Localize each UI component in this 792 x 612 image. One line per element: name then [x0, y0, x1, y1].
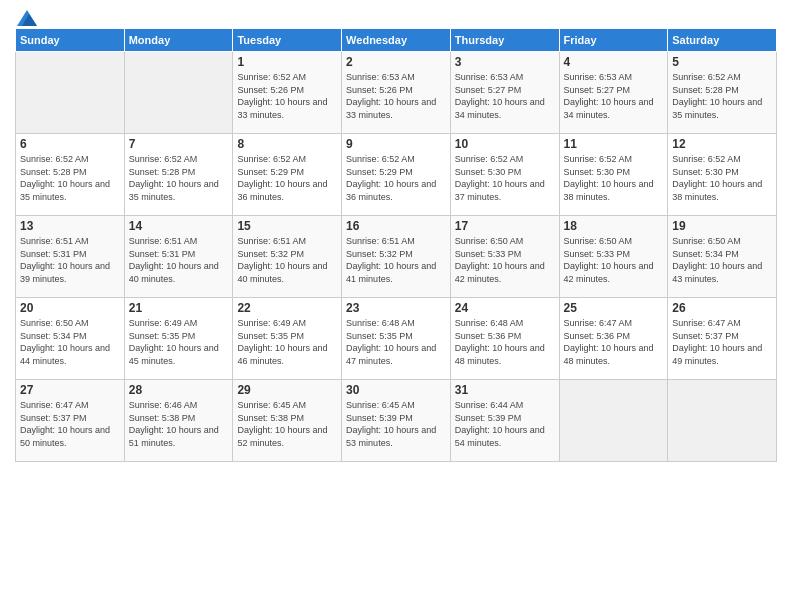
day-info: Sunrise: 6:52 AMSunset: 5:30 PMDaylight:…	[672, 153, 772, 203]
day-number: 21	[129, 301, 229, 315]
day-info: Sunrise: 6:52 AMSunset: 5:26 PMDaylight:…	[237, 71, 337, 121]
calendar-cell: 20Sunrise: 6:50 AMSunset: 5:34 PMDayligh…	[16, 298, 125, 380]
calendar-cell: 17Sunrise: 6:50 AMSunset: 5:33 PMDayligh…	[450, 216, 559, 298]
day-number: 18	[564, 219, 664, 233]
day-info: Sunrise: 6:53 AMSunset: 5:27 PMDaylight:…	[564, 71, 664, 121]
day-info: Sunrise: 6:52 AMSunset: 5:29 PMDaylight:…	[346, 153, 446, 203]
day-info: Sunrise: 6:47 AMSunset: 5:36 PMDaylight:…	[564, 317, 664, 367]
day-info: Sunrise: 6:50 AMSunset: 5:33 PMDaylight:…	[564, 235, 664, 285]
header-row: SundayMondayTuesdayWednesdayThursdayFrid…	[16, 29, 777, 52]
weekday-header: Friday	[559, 29, 668, 52]
calendar-cell	[124, 52, 233, 134]
weekday-header: Monday	[124, 29, 233, 52]
weekday-header: Saturday	[668, 29, 777, 52]
calendar-cell: 15Sunrise: 6:51 AMSunset: 5:32 PMDayligh…	[233, 216, 342, 298]
day-number: 19	[672, 219, 772, 233]
calendar-week-row: 1Sunrise: 6:52 AMSunset: 5:26 PMDaylight…	[16, 52, 777, 134]
calendar-cell: 13Sunrise: 6:51 AMSunset: 5:31 PMDayligh…	[16, 216, 125, 298]
day-number: 17	[455, 219, 555, 233]
day-number: 4	[564, 55, 664, 69]
weekday-header: Wednesday	[342, 29, 451, 52]
day-info: Sunrise: 6:45 AMSunset: 5:39 PMDaylight:…	[346, 399, 446, 449]
calendar-cell: 7Sunrise: 6:52 AMSunset: 5:28 PMDaylight…	[124, 134, 233, 216]
calendar-cell: 24Sunrise: 6:48 AMSunset: 5:36 PMDayligh…	[450, 298, 559, 380]
weekday-header: Sunday	[16, 29, 125, 52]
day-number: 31	[455, 383, 555, 397]
day-info: Sunrise: 6:48 AMSunset: 5:35 PMDaylight:…	[346, 317, 446, 367]
calendar-cell: 30Sunrise: 6:45 AMSunset: 5:39 PMDayligh…	[342, 380, 451, 462]
day-number: 10	[455, 137, 555, 151]
day-number: 22	[237, 301, 337, 315]
day-info: Sunrise: 6:52 AMSunset: 5:29 PMDaylight:…	[237, 153, 337, 203]
day-info: Sunrise: 6:51 AMSunset: 5:32 PMDaylight:…	[237, 235, 337, 285]
calendar-cell: 2Sunrise: 6:53 AMSunset: 5:26 PMDaylight…	[342, 52, 451, 134]
calendar-cell: 6Sunrise: 6:52 AMSunset: 5:28 PMDaylight…	[16, 134, 125, 216]
day-info: Sunrise: 6:48 AMSunset: 5:36 PMDaylight:…	[455, 317, 555, 367]
day-number: 28	[129, 383, 229, 397]
day-number: 29	[237, 383, 337, 397]
day-number: 1	[237, 55, 337, 69]
weekday-header: Tuesday	[233, 29, 342, 52]
day-info: Sunrise: 6:51 AMSunset: 5:32 PMDaylight:…	[346, 235, 446, 285]
day-info: Sunrise: 6:47 AMSunset: 5:37 PMDaylight:…	[672, 317, 772, 367]
calendar-cell: 21Sunrise: 6:49 AMSunset: 5:35 PMDayligh…	[124, 298, 233, 380]
calendar-cell: 29Sunrise: 6:45 AMSunset: 5:38 PMDayligh…	[233, 380, 342, 462]
day-info: Sunrise: 6:53 AMSunset: 5:26 PMDaylight:…	[346, 71, 446, 121]
calendar-body: 1Sunrise: 6:52 AMSunset: 5:26 PMDaylight…	[16, 52, 777, 462]
day-number: 15	[237, 219, 337, 233]
day-info: Sunrise: 6:52 AMSunset: 5:30 PMDaylight:…	[455, 153, 555, 203]
calendar-header: SundayMondayTuesdayWednesdayThursdayFrid…	[16, 29, 777, 52]
day-info: Sunrise: 6:47 AMSunset: 5:37 PMDaylight:…	[20, 399, 120, 449]
calendar-cell: 19Sunrise: 6:50 AMSunset: 5:34 PMDayligh…	[668, 216, 777, 298]
day-info: Sunrise: 6:46 AMSunset: 5:38 PMDaylight:…	[129, 399, 229, 449]
calendar-cell: 9Sunrise: 6:52 AMSunset: 5:29 PMDaylight…	[342, 134, 451, 216]
calendar-cell: 22Sunrise: 6:49 AMSunset: 5:35 PMDayligh…	[233, 298, 342, 380]
weekday-header: Thursday	[450, 29, 559, 52]
calendar-cell: 14Sunrise: 6:51 AMSunset: 5:31 PMDayligh…	[124, 216, 233, 298]
calendar-cell: 18Sunrise: 6:50 AMSunset: 5:33 PMDayligh…	[559, 216, 668, 298]
day-number: 6	[20, 137, 120, 151]
calendar-cell: 1Sunrise: 6:52 AMSunset: 5:26 PMDaylight…	[233, 52, 342, 134]
calendar-cell	[668, 380, 777, 462]
calendar-week-row: 6Sunrise: 6:52 AMSunset: 5:28 PMDaylight…	[16, 134, 777, 216]
day-number: 24	[455, 301, 555, 315]
day-info: Sunrise: 6:52 AMSunset: 5:28 PMDaylight:…	[672, 71, 772, 121]
day-number: 11	[564, 137, 664, 151]
calendar-cell: 12Sunrise: 6:52 AMSunset: 5:30 PMDayligh…	[668, 134, 777, 216]
calendar-cell: 23Sunrise: 6:48 AMSunset: 5:35 PMDayligh…	[342, 298, 451, 380]
day-number: 13	[20, 219, 120, 233]
day-number: 12	[672, 137, 772, 151]
day-info: Sunrise: 6:51 AMSunset: 5:31 PMDaylight:…	[129, 235, 229, 285]
day-info: Sunrise: 6:45 AMSunset: 5:38 PMDaylight:…	[237, 399, 337, 449]
calendar-cell: 3Sunrise: 6:53 AMSunset: 5:27 PMDaylight…	[450, 52, 559, 134]
calendar-cell: 27Sunrise: 6:47 AMSunset: 5:37 PMDayligh…	[16, 380, 125, 462]
day-number: 16	[346, 219, 446, 233]
calendar-cell: 8Sunrise: 6:52 AMSunset: 5:29 PMDaylight…	[233, 134, 342, 216]
header	[15, 10, 777, 22]
day-number: 23	[346, 301, 446, 315]
day-number: 5	[672, 55, 772, 69]
calendar-week-row: 20Sunrise: 6:50 AMSunset: 5:34 PMDayligh…	[16, 298, 777, 380]
day-number: 14	[129, 219, 229, 233]
day-info: Sunrise: 6:52 AMSunset: 5:28 PMDaylight:…	[20, 153, 120, 203]
calendar-cell: 31Sunrise: 6:44 AMSunset: 5:39 PMDayligh…	[450, 380, 559, 462]
day-info: Sunrise: 6:52 AMSunset: 5:28 PMDaylight:…	[129, 153, 229, 203]
day-info: Sunrise: 6:52 AMSunset: 5:30 PMDaylight:…	[564, 153, 664, 203]
calendar-cell: 25Sunrise: 6:47 AMSunset: 5:36 PMDayligh…	[559, 298, 668, 380]
day-info: Sunrise: 6:53 AMSunset: 5:27 PMDaylight:…	[455, 71, 555, 121]
calendar-cell: 10Sunrise: 6:52 AMSunset: 5:30 PMDayligh…	[450, 134, 559, 216]
calendar-cell	[559, 380, 668, 462]
day-number: 2	[346, 55, 446, 69]
calendar-cell: 11Sunrise: 6:52 AMSunset: 5:30 PMDayligh…	[559, 134, 668, 216]
day-number: 8	[237, 137, 337, 151]
calendar-cell: 5Sunrise: 6:52 AMSunset: 5:28 PMDaylight…	[668, 52, 777, 134]
calendar-cell: 16Sunrise: 6:51 AMSunset: 5:32 PMDayligh…	[342, 216, 451, 298]
day-info: Sunrise: 6:51 AMSunset: 5:31 PMDaylight:…	[20, 235, 120, 285]
page: SundayMondayTuesdayWednesdayThursdayFrid…	[0, 0, 792, 612]
day-info: Sunrise: 6:44 AMSunset: 5:39 PMDaylight:…	[455, 399, 555, 449]
calendar-cell: 28Sunrise: 6:46 AMSunset: 5:38 PMDayligh…	[124, 380, 233, 462]
day-info: Sunrise: 6:49 AMSunset: 5:35 PMDaylight:…	[129, 317, 229, 367]
day-number: 27	[20, 383, 120, 397]
calendar-cell: 26Sunrise: 6:47 AMSunset: 5:37 PMDayligh…	[668, 298, 777, 380]
day-info: Sunrise: 6:50 AMSunset: 5:34 PMDaylight:…	[672, 235, 772, 285]
